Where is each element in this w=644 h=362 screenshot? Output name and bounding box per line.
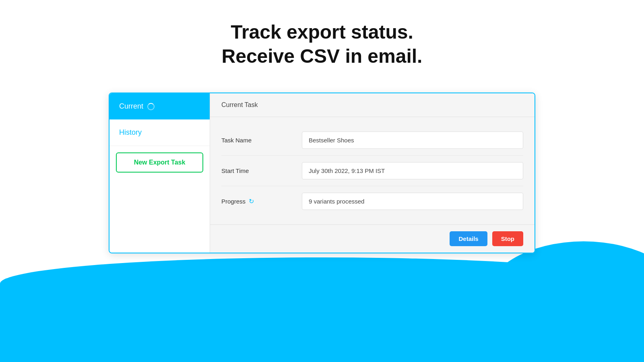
sidebar-item-current[interactable]: Current: [109, 93, 210, 119]
new-export-task-button[interactable]: New Export Task: [116, 152, 203, 173]
task-name-label: Task Name: [221, 137, 302, 144]
details-button[interactable]: Details: [450, 231, 487, 246]
main-card: Current History New Export Task Current …: [109, 93, 535, 253]
card-footer: Details Stop: [210, 224, 535, 253]
stop-button[interactable]: Stop: [492, 231, 523, 246]
progress-label: Progress ↻: [221, 197, 302, 205]
progress-value: 9 variants processed: [302, 193, 523, 210]
task-name-value: Bestseller Shoes: [302, 132, 523, 149]
page-headline: Track export status. Receive CSV in emai…: [222, 20, 423, 68]
new-export-task-container: New Export Task: [116, 152, 203, 173]
refresh-icon: ↻: [249, 197, 254, 205]
start-time-label: Start Time: [221, 167, 302, 174]
sidebar: Current History New Export Task: [109, 93, 210, 253]
progress-row: Progress ↻ 9 variants processed: [221, 186, 523, 216]
task-name-row: Task Name Bestseller Shoes: [221, 125, 523, 156]
main-content-area: Current Task Task Name Bestseller Shoes …: [210, 93, 535, 253]
form-area: Task Name Bestseller Shoes Start Time Ju…: [210, 117, 535, 224]
blue-wave-extra: [483, 241, 644, 362]
start-time-value: July 30th 2022, 9:13 PM IST: [302, 162, 523, 179]
spinner-icon: [147, 103, 155, 110]
section-header: Current Task: [210, 93, 535, 117]
start-time-row: Start Time July 30th 2022, 9:13 PM IST: [221, 156, 523, 186]
sidebar-item-history[interactable]: History: [109, 119, 210, 146]
